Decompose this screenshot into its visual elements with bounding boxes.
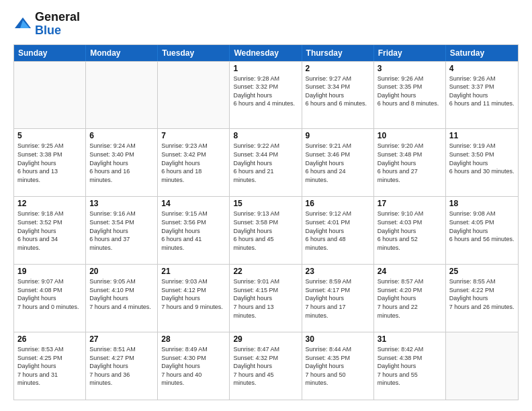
cal-cell: 3Sunrise: 9:26 AMSunset: 3:35 PMDaylight… bbox=[374, 62, 446, 129]
cell-details: Sunrise: 9:20 AMSunset: 3:48 PMDaylight … bbox=[378, 142, 442, 184]
day-number: 7 bbox=[161, 131, 226, 140]
cal-cell: 25Sunrise: 8:55 AMSunset: 4:22 PMDayligh… bbox=[446, 265, 518, 332]
cell-details: Sunrise: 9:15 AMSunset: 3:56 PMDaylight … bbox=[161, 210, 226, 252]
cal-week-3: 12Sunrise: 9:18 AMSunset: 3:52 PMDayligh… bbox=[14, 196, 518, 264]
cal-header-wednesday: Wednesday bbox=[230, 45, 302, 61]
cal-cell: 21Sunrise: 9:03 AMSunset: 4:12 PMDayligh… bbox=[158, 265, 230, 332]
day-number: 14 bbox=[161, 199, 226, 208]
cal-cell: 26Sunrise: 8:53 AMSunset: 4:25 PMDayligh… bbox=[14, 332, 86, 400]
cal-cell: 19Sunrise: 9:07 AMSunset: 4:08 PMDayligh… bbox=[14, 265, 86, 332]
day-number: 3 bbox=[378, 64, 442, 73]
cal-cell: 29Sunrise: 8:47 AMSunset: 4:32 PMDayligh… bbox=[230, 332, 302, 400]
cell-details: Sunrise: 9:08 AMSunset: 4:05 PMDaylight … bbox=[449, 210, 515, 243]
day-number: 2 bbox=[306, 64, 370, 73]
cell-details: Sunrise: 9:19 AMSunset: 3:50 PMDaylight … bbox=[449, 142, 515, 175]
cal-cell: 6Sunrise: 9:24 AMSunset: 3:40 PMDaylight… bbox=[86, 129, 158, 196]
calendar-body: 1Sunrise: 9:28 AMSunset: 3:32 PMDaylight… bbox=[14, 61, 518, 400]
cell-details: Sunrise: 9:12 AMSunset: 4:01 PMDaylight … bbox=[306, 210, 370, 252]
cal-cell: 22Sunrise: 9:01 AMSunset: 4:15 PMDayligh… bbox=[230, 265, 302, 332]
day-number: 20 bbox=[89, 267, 154, 276]
cal-week-1: 1Sunrise: 9:28 AMSunset: 3:32 PMDaylight… bbox=[14, 61, 518, 129]
cal-week-4: 19Sunrise: 9:07 AMSunset: 4:08 PMDayligh… bbox=[14, 264, 518, 332]
day-number: 11 bbox=[449, 131, 515, 140]
cal-cell: 30Sunrise: 8:44 AMSunset: 4:35 PMDayligh… bbox=[302, 332, 374, 400]
day-number: 25 bbox=[449, 267, 515, 276]
cal-cell: 12Sunrise: 9:18 AMSunset: 3:52 PMDayligh… bbox=[14, 197, 86, 264]
cal-cell bbox=[446, 332, 518, 400]
cell-details: Sunrise: 9:05 AMSunset: 4:10 PMDaylight … bbox=[89, 277, 154, 311]
cal-cell: 10Sunrise: 9:20 AMSunset: 3:48 PMDayligh… bbox=[374, 129, 446, 196]
cal-week-5: 26Sunrise: 8:53 AMSunset: 4:25 PMDayligh… bbox=[14, 332, 518, 400]
day-number: 27 bbox=[89, 334, 154, 344]
cell-details: Sunrise: 9:18 AMSunset: 3:52 PMDaylight … bbox=[17, 210, 82, 252]
cell-details: Sunrise: 9:26 AMSunset: 3:37 PMDaylight … bbox=[449, 75, 515, 108]
day-number: 6 bbox=[89, 131, 154, 140]
cal-cell: 24Sunrise: 8:57 AMSunset: 4:20 PMDayligh… bbox=[374, 265, 446, 332]
cal-cell: 15Sunrise: 9:13 AMSunset: 3:58 PMDayligh… bbox=[230, 197, 302, 264]
cal-cell: 27Sunrise: 8:51 AMSunset: 4:27 PMDayligh… bbox=[86, 332, 158, 400]
cal-cell: 9Sunrise: 9:21 AMSunset: 3:46 PMDaylight… bbox=[302, 129, 374, 196]
cell-details: Sunrise: 9:26 AMSunset: 3:35 PMDaylight … bbox=[378, 75, 442, 108]
cal-cell: 4Sunrise: 9:26 AMSunset: 3:37 PMDaylight… bbox=[446, 62, 518, 129]
cell-details: Sunrise: 9:22 AMSunset: 3:44 PMDaylight … bbox=[233, 142, 298, 184]
day-number: 9 bbox=[306, 131, 370, 140]
cell-details: Sunrise: 9:16 AMSunset: 3:54 PMDaylight … bbox=[89, 210, 154, 252]
day-number: 23 bbox=[306, 267, 370, 276]
cell-details: Sunrise: 9:03 AMSunset: 4:12 PMDaylight … bbox=[161, 277, 226, 311]
day-number: 28 bbox=[161, 334, 226, 344]
logo-line1: General bbox=[35, 11, 80, 24]
cell-details: Sunrise: 8:51 AMSunset: 4:27 PMDaylight … bbox=[89, 345, 154, 387]
day-number: 16 bbox=[306, 199, 370, 208]
day-number: 17 bbox=[378, 199, 442, 208]
day-number: 4 bbox=[449, 64, 515, 73]
cell-details: Sunrise: 9:10 AMSunset: 4:03 PMDaylight … bbox=[378, 210, 442, 252]
day-number: 13 bbox=[89, 199, 154, 208]
day-number: 30 bbox=[306, 334, 370, 344]
cal-cell: 18Sunrise: 9:08 AMSunset: 4:05 PMDayligh… bbox=[446, 197, 518, 264]
cal-header-sunday: Sunday bbox=[14, 45, 86, 61]
cell-details: Sunrise: 8:42 AMSunset: 4:38 PMDaylight … bbox=[378, 345, 442, 387]
day-number: 15 bbox=[233, 199, 298, 208]
cal-cell: 23Sunrise: 8:59 AMSunset: 4:17 PMDayligh… bbox=[302, 265, 374, 332]
cell-details: Sunrise: 8:44 AMSunset: 4:35 PMDaylight … bbox=[306, 345, 370, 387]
calendar: SundayMondayTuesdayWednesdayThursdayFrid… bbox=[13, 44, 519, 400]
day-number: 21 bbox=[161, 267, 226, 276]
day-number: 22 bbox=[233, 267, 298, 276]
day-number: 18 bbox=[449, 199, 515, 208]
day-number: 24 bbox=[378, 267, 442, 276]
day-number: 1 bbox=[233, 64, 298, 73]
cal-cell bbox=[86, 62, 158, 129]
cell-details: Sunrise: 9:23 AMSunset: 3:42 PMDaylight … bbox=[161, 142, 226, 184]
cell-details: Sunrise: 8:59 AMSunset: 4:17 PMDaylight … bbox=[306, 277, 370, 320]
cal-header-friday: Friday bbox=[374, 45, 446, 61]
cal-cell: 7Sunrise: 9:23 AMSunset: 3:42 PMDaylight… bbox=[158, 129, 230, 196]
cal-cell: 5Sunrise: 9:25 AMSunset: 3:38 PMDaylight… bbox=[14, 129, 86, 196]
cal-cell: 8Sunrise: 9:22 AMSunset: 3:44 PMDaylight… bbox=[230, 129, 302, 196]
day-number: 29 bbox=[233, 334, 298, 344]
cal-cell: 16Sunrise: 9:12 AMSunset: 4:01 PMDayligh… bbox=[302, 197, 374, 264]
cell-details: Sunrise: 9:25 AMSunset: 3:38 PMDaylight … bbox=[17, 142, 82, 184]
cell-details: Sunrise: 8:55 AMSunset: 4:22 PMDaylight … bbox=[449, 277, 515, 311]
calendar-header: SundayMondayTuesdayWednesdayThursdayFrid… bbox=[14, 45, 518, 61]
cell-details: Sunrise: 9:28 AMSunset: 3:32 PMDaylight … bbox=[233, 75, 298, 108]
day-number: 8 bbox=[233, 131, 298, 140]
logo: General Blue bbox=[13, 11, 80, 38]
day-number: 12 bbox=[17, 199, 82, 208]
cal-cell bbox=[14, 62, 86, 129]
day-number: 5 bbox=[17, 131, 82, 140]
cell-details: Sunrise: 9:13 AMSunset: 3:58 PMDaylight … bbox=[233, 210, 298, 252]
logo-line2: Blue bbox=[35, 24, 80, 38]
cal-header-monday: Monday bbox=[86, 45, 158, 61]
cal-cell bbox=[158, 62, 230, 129]
cal-cell: 28Sunrise: 8:49 AMSunset: 4:30 PMDayligh… bbox=[158, 332, 230, 400]
cal-cell: 31Sunrise: 8:42 AMSunset: 4:38 PMDayligh… bbox=[374, 332, 446, 400]
cell-details: Sunrise: 8:53 AMSunset: 4:25 PMDaylight … bbox=[17, 345, 82, 387]
cal-cell: 2Sunrise: 9:27 AMSunset: 3:34 PMDaylight… bbox=[302, 62, 374, 129]
cal-header-thursday: Thursday bbox=[302, 45, 374, 61]
cell-details: Sunrise: 8:47 AMSunset: 4:32 PMDaylight … bbox=[233, 345, 298, 387]
cell-details: Sunrise: 9:21 AMSunset: 3:46 PMDaylight … bbox=[306, 142, 370, 184]
cal-header-saturday: Saturday bbox=[446, 45, 518, 61]
day-number: 10 bbox=[378, 131, 442, 140]
cell-details: Sunrise: 8:49 AMSunset: 4:30 PMDaylight … bbox=[161, 345, 226, 387]
cal-header-tuesday: Tuesday bbox=[158, 45, 230, 61]
